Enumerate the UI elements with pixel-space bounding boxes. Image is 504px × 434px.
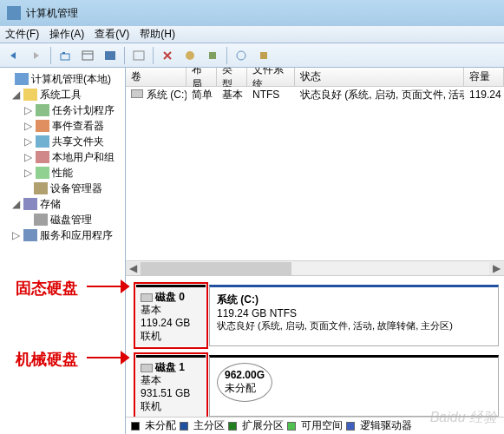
tree-performance[interactable]: ▷性能: [2, 165, 123, 181]
col-filesystem[interactable]: 文件系统: [247, 68, 295, 86]
annotation-hdd: 机械硬盘: [16, 349, 78, 370]
column-headers: 卷 布局 类型 文件系统 状态 容量: [126, 68, 504, 87]
svg-rect-4: [105, 51, 115, 60]
tree-task-scheduler[interactable]: ▷任务计划程序: [2, 102, 123, 118]
properties-button[interactable]: [77, 46, 98, 65]
col-status[interactable]: 状态: [295, 68, 464, 86]
action1-button[interactable]: [180, 46, 200, 65]
tree-local-users[interactable]: ▷本地用户和组: [2, 149, 123, 165]
titlebar: 计算机管理: [0, 0, 504, 26]
action3-button[interactable]: [231, 46, 252, 65]
annotation-arrow-ssd: [87, 276, 130, 297]
col-layout[interactable]: 布局: [187, 68, 217, 86]
forward-button[interactable]: [26, 46, 47, 65]
tree-system-tools[interactable]: ◢系统工具: [2, 87, 123, 102]
tree-storage[interactable]: ◢存储: [2, 196, 123, 212]
col-volume[interactable]: 卷: [126, 68, 187, 86]
col-capacity[interactable]: 容量: [464, 68, 504, 86]
disk-1-info[interactable]: 磁盘 1 基本 931.51 GB 联机: [136, 355, 206, 417]
disk-1-partition-0[interactable]: 962.00G 未分配: [209, 355, 499, 417]
refresh-button[interactable]: [128, 46, 149, 65]
toolbar: [0, 43, 504, 68]
legend-logical: 逻辑驱动器: [360, 418, 412, 433]
tree-device-manager[interactable]: 设备管理器: [2, 181, 123, 196]
tree-services[interactable]: ▷服务和应用程序: [2, 227, 123, 243]
svg-point-8: [237, 51, 245, 60]
scroll-thumb[interactable]: [141, 262, 291, 275]
menubar: 文件(F) 操作(A) 查看(V) 帮助(H): [0, 26, 504, 43]
disk-0-info[interactable]: 磁盘 0 基本 119.24 GB 联机: [136, 285, 206, 346]
menu-action[interactable]: 操作(A): [49, 27, 84, 42]
back-button[interactable]: [3, 46, 24, 65]
tree-shared-folders[interactable]: ▷共享文件夹: [2, 134, 123, 149]
watermark: Baidu 经验: [430, 409, 497, 427]
legend-free: 可用空间: [301, 418, 343, 433]
legend-primary: 主分区: [193, 418, 225, 433]
svg-rect-5: [134, 51, 144, 60]
tree-event-viewer[interactable]: ▷事件查看器: [2, 118, 123, 134]
action2-button[interactable]: [202, 46, 223, 65]
horizontal-scrollbar[interactable]: ◀ ▶: [126, 260, 504, 275]
nav-tree: 计算机管理(本地) ◢系统工具 ▷任务计划程序 ▷事件查看器 ▷共享文件夹 ▷本…: [0, 68, 126, 434]
menu-view[interactable]: 查看(V): [95, 27, 129, 42]
window-title: 计算机管理: [26, 6, 78, 21]
svg-rect-1: [62, 52, 65, 54]
svg-rect-0: [61, 54, 69, 60]
menu-file[interactable]: 文件(F): [5, 27, 39, 42]
delete-button[interactable]: [157, 46, 178, 65]
legend-extended: 扩展分区: [242, 418, 284, 433]
console-button[interactable]: [100, 46, 121, 65]
scroll-left-arrow[interactable]: ◀: [126, 262, 141, 275]
app-icon: [7, 6, 21, 20]
disk-graphical-view: 磁盘 0 基本 119.24 GB 联机 系统 (C:) 119.24 GB N…: [126, 275, 504, 417]
disk-icon: [141, 364, 153, 372]
drive-icon: [131, 89, 143, 98]
tree-disk-management[interactable]: 磁盘管理: [2, 212, 123, 227]
disk-icon: [141, 293, 153, 302]
svg-point-6: [186, 51, 194, 60]
scroll-right-arrow[interactable]: ▶: [489, 262, 504, 275]
disk-0-partition-0[interactable]: 系统 (C:) 119.24 GB NTFS 状态良好 (系统, 启动, 页面文…: [209, 285, 499, 346]
disk-row-1[interactable]: 磁盘 1 基本 931.51 GB 联机 962.00G 未分配: [136, 355, 499, 417]
annotation-arrow-hdd: [87, 347, 130, 368]
annotation-ssd: 固态硬盘: [16, 278, 78, 299]
help-button[interactable]: [253, 46, 274, 65]
menu-help[interactable]: 帮助(H): [140, 27, 175, 42]
disk-row-0[interactable]: 磁盘 0 基本 119.24 GB 联机 系统 (C:) 119.24 GB N…: [136, 285, 499, 346]
volume-list: 系统 (C:) 简单 基本 NTFS 状态良好 (系统, 启动, 页面文件, 活…: [126, 87, 504, 260]
svg-rect-2: [82, 51, 93, 60]
col-type[interactable]: 类型: [217, 68, 247, 86]
volume-row[interactable]: 系统 (C:) 简单 基本 NTFS 状态良好 (系统, 启动, 页面文件, 活…: [126, 87, 504, 102]
up-button[interactable]: [55, 46, 75, 65]
tree-root[interactable]: 计算机管理(本地): [2, 71, 123, 87]
legend-unallocated: 未分配: [145, 418, 176, 433]
svg-rect-9: [260, 52, 267, 59]
svg-rect-7: [209, 52, 216, 59]
